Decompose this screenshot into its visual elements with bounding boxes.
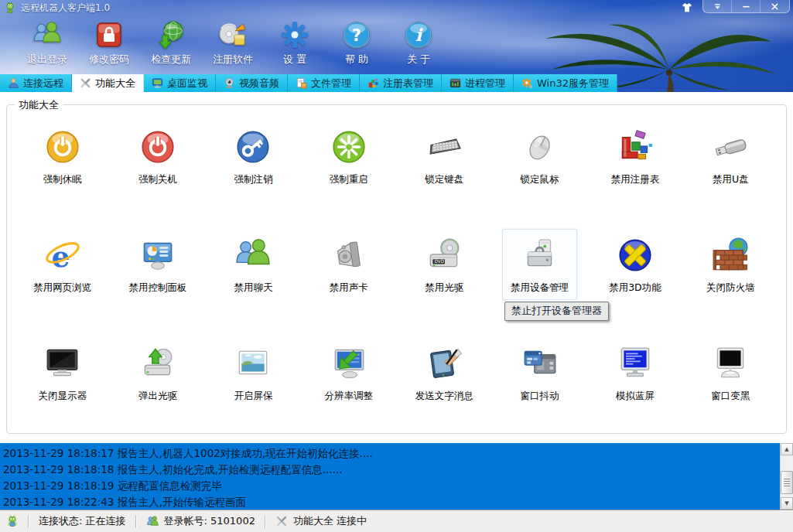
tab-video-audio[interactable]: 视频音频 [216, 74, 288, 92]
toolbar-button-label: 设 置 [283, 53, 306, 66]
toolbar-button-label: 关 于 [407, 53, 430, 66]
statusbar-text: 登录帐号: 5101002 [164, 514, 255, 528]
toolbar-button-settings[interactable]: 设 置 [268, 19, 322, 66]
settings-gear-icon [279, 19, 310, 50]
tab-desktop-monitor[interactable]: 桌面监视 [144, 74, 216, 92]
function-item-start-screensaver[interactable]: 开启屏保 [206, 337, 301, 445]
status-bar: 连接状态: 正在连接 登录帐号: 5101002 功能大全 连接中 [0, 510, 793, 532]
function-item-lock-keyboard[interactable]: 锁定键盘 [397, 121, 492, 229]
log-area[interactable]: 2013-11-29 18:18:17 报告主人,机器人1002对接成功,现在开… [0, 442, 793, 510]
scroll-down-button[interactable]: ▼ [781, 497, 793, 510]
firewall-wall-icon [711, 236, 750, 275]
tab-label: 文件管理 [311, 77, 351, 90]
device-toolbox-icon [521, 236, 559, 275]
function-item-eject-cdrom[interactable]: 弹出光驱 [110, 337, 205, 445]
function-item-label: 开启屏保 [234, 390, 272, 403]
tab-functions[interactable]: 功能大全 [72, 74, 144, 92]
usb-drive-icon [711, 128, 750, 166]
log-scrollbar[interactable]: ▲ ▼ [780, 443, 793, 510]
tab-desktop-icon [152, 77, 163, 89]
tab-registry-manager[interactable]: 注册表管理 [360, 74, 442, 92]
function-item-disable-control-panel[interactable]: 禁用控制面板 [110, 229, 205, 337]
update-globe-icon [156, 19, 186, 50]
log-line: 2013-11-29 18:22:43 报告主人,开始传输远程画面 [3, 494, 776, 510]
monitor-off-icon [43, 344, 82, 383]
function-item-close-monitor[interactable]: 关闭显示器 [15, 337, 110, 445]
function-item-label: 禁用聊天 [234, 281, 272, 295]
function-item-window-black[interactable]: 窗口变黑 [683, 337, 778, 445]
function-item-force-restart[interactable]: 强制重启 [301, 121, 396, 229]
speaker-icon [330, 236, 368, 275]
function-item-disable-cdrom[interactable]: DVD 禁用光驱 [397, 229, 492, 337]
function-item-force-sleep[interactable]: 强制休眠 [15, 121, 110, 229]
skin-button[interactable] [681, 2, 695, 14]
tab-remote-connect[interactable]: 连接远程 [0, 74, 72, 92]
toolbar-button-change-password[interactable]: 修改密码 [82, 19, 136, 66]
minimize-button[interactable] [732, 0, 761, 12]
function-item-send-text-message[interactable]: 发送文字消息 [397, 337, 492, 445]
function-item-window-shake[interactable]: 窗口抖动 [492, 337, 587, 445]
log-line: 2013-11-29 18:18:19 远程配置信息检测完毕 [3, 478, 776, 494]
statusbar-active-module: 功能大全 连接中 [266, 514, 376, 528]
toolbar-button-label: 修改密码 [89, 53, 129, 66]
statusbar-text: 连接状态: 正在连接 [39, 514, 126, 528]
tab-process-manager[interactable]: 进程管理 [442, 74, 514, 92]
toolbar: 退出登录 修改密码 检查更新 注册软件 设 置 ? 帮 助 i 关 于 [0, 15, 793, 74]
function-item-label: 窗口变黑 [711, 390, 750, 403]
function-item-disable-registry[interactable]: 禁用注册表 [587, 121, 682, 229]
tab-files-icon [296, 77, 307, 89]
ie-browser-icon: e [43, 236, 82, 275]
function-item-label: 禁用光驱 [425, 281, 463, 295]
password-lock-icon [94, 19, 125, 50]
tab-bar: 连接远程 功能大全 桌面监视 视频音频 文件管理 注册表管理 进程管理 Win3… [0, 74, 793, 92]
about-info-icon: i [403, 19, 434, 50]
menu-dropdown-button[interactable] [703, 0, 732, 12]
directx-3d-icon [616, 236, 655, 275]
scroll-thumb[interactable] [781, 471, 793, 494]
restart-burst-icon [330, 128, 368, 166]
tab-registry-icon [367, 77, 379, 89]
chat-users-icon [234, 236, 272, 275]
close-button[interactable] [761, 0, 789, 12]
registry-blocks-icon [616, 128, 655, 166]
function-item-disable-3d[interactable]: 禁用3D功能 [587, 229, 682, 337]
function-item-label: 关闭显示器 [38, 390, 87, 403]
window-title: 远程机器人客户端1.0 [21, 2, 110, 15]
toolbar-button-register-software[interactable]: 注册软件 [206, 19, 260, 66]
tab-win32-service-manager[interactable]: Win32服务管理 [514, 74, 617, 92]
function-item-label: 禁用3D功能 [609, 281, 661, 295]
function-item-label: 关闭防火墙 [706, 281, 755, 295]
statusbar-connection-state: 连接状态: 正在连接 [29, 514, 135, 528]
function-item-disable-chat[interactable]: 禁用聊天 [206, 229, 301, 337]
function-item-disable-device-manager[interactable]: 禁用设备管理 [492, 229, 587, 337]
tab-file-manager[interactable]: 文件管理 [288, 74, 360, 92]
log-line: 2013-11-29 18:18:17 报告主人,机器人1002对接成功,现在开… [3, 445, 776, 462]
tools-small-icon [275, 515, 288, 527]
function-item-force-shutdown[interactable]: 强制关机 [110, 121, 205, 229]
tab-process-icon [449, 77, 461, 89]
function-item-force-logoff[interactable]: 强制注销 [206, 121, 301, 229]
app-logo-icon [4, 2, 16, 14]
toolbar-button-help[interactable]: ? 帮 助 [330, 19, 384, 66]
toolbar-button-check-update[interactable]: 检查更新 [144, 19, 198, 66]
function-item-label: 模拟蓝屏 [616, 390, 655, 403]
toolbar-button-logout[interactable]: 退出登录 [20, 19, 74, 66]
titlebar[interactable]: 远程机器人客户端1.0 [0, 0, 793, 15]
function-item-simulate-bluescreen[interactable]: 模拟蓝屏 [587, 337, 682, 445]
function-item-disable-usb[interactable]: 禁用U盘 [683, 121, 778, 229]
resolution-monitor-icon [330, 344, 368, 383]
tab-user-icon [8, 77, 19, 89]
function-item-label: 窗口抖动 [521, 390, 559, 403]
toolbar-button-label: 注册软件 [213, 53, 253, 66]
toolbar-button-about[interactable]: i 关 于 [391, 19, 446, 66]
window-shake-icon [521, 344, 559, 383]
function-item-adjust-resolution[interactable]: 分辨率调整 [301, 337, 396, 445]
blue-screen-icon [616, 344, 655, 383]
function-item-lock-mouse[interactable]: 锁定鼠标 [492, 121, 587, 229]
function-item-disable-sound[interactable]: 禁用声卡 [301, 229, 396, 337]
tab-label: 连接远程 [23, 77, 63, 90]
function-item-disable-web[interactable]: e 禁用网页浏览 [15, 229, 110, 337]
function-item-close-firewall[interactable]: 关闭防火墙 [683, 229, 778, 337]
log-line: 2013-11-29 18:18:18 报告主人,初始化完成,开始检测远程配置信… [3, 462, 776, 478]
window-controls [681, 0, 793, 14]
